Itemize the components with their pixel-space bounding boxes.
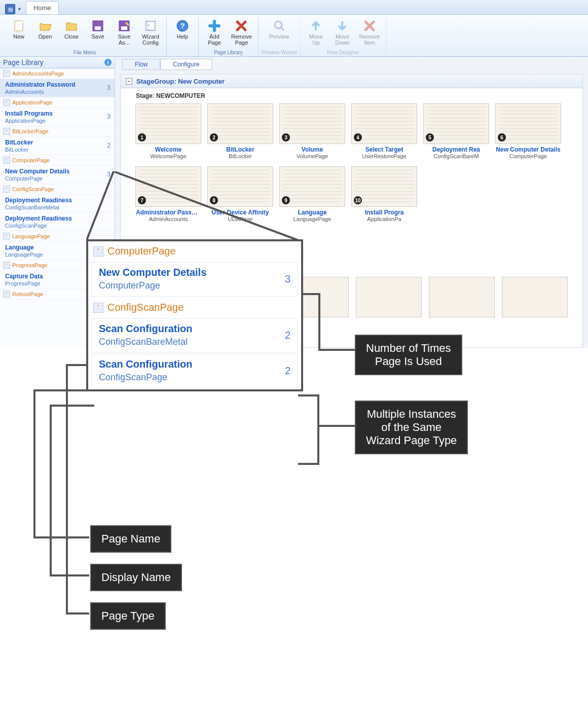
zoom-connector (86, 171, 301, 241)
svg-rect-3 (95, 26, 101, 30)
sidebar-item[interactable]: Administrator PasswordAdminAccounts3 (0, 79, 115, 97)
open-button[interactable]: Open (32, 17, 58, 49)
page-thumbnail[interactable] (429, 277, 495, 317)
thumbnail-title: Welcome (136, 146, 201, 153)
arrow-up-icon (309, 19, 323, 33)
tab-home[interactable]: Home (26, 1, 59, 14)
item-name: Deployment Readiness (5, 215, 72, 222)
add-page-button[interactable]: Add Page (202, 17, 227, 49)
quick-access-toolbar: ▤ ▼ (2, 4, 25, 14)
sidebar-group-header[interactable]: ˄ComputerPage (0, 155, 115, 166)
save-button[interactable]: Save (85, 17, 111, 49)
folder-open-icon (38, 19, 52, 33)
page-thumbnail[interactable] (356, 277, 422, 317)
item-subtype: BitLocker (5, 147, 33, 153)
page-thumbnail[interactable]: 5Deployment ReaConfigScanBareM (424, 103, 489, 159)
wizard-config-button[interactable]: Wizard Config (138, 17, 163, 49)
ribbon: New Open Close Save Save As... Wizard Co… (0, 15, 588, 57)
arrow-down-icon (335, 19, 349, 33)
sidebar-group-header[interactable]: ˄ApplicationPage (0, 97, 115, 108)
svg-point-9 (275, 21, 282, 28)
sidebar-group-header[interactable]: ˄BitLockerPage (0, 126, 115, 137)
chevron-up-icon: ˄ (93, 303, 103, 313)
new-button[interactable]: New (6, 17, 31, 49)
page-thumbnail[interactable]: 10Install PrograApplicationPa (352, 166, 417, 222)
thumbnail-title: Install Progra (352, 209, 417, 216)
thumbnail-subtitle: VolumePage (280, 153, 345, 159)
chevron-up-icon: ˄ (3, 186, 10, 193)
item-subtype: ConfigScanPage (5, 223, 72, 229)
thumbnail-image: 3 (279, 103, 345, 144)
zoom-page-name: New Computer Details (99, 267, 206, 278)
remove-item-button: Remove Item (356, 17, 383, 49)
tab-configure[interactable]: Configure (160, 59, 212, 70)
thumbnail-title: Volume (280, 146, 345, 153)
ribbon-group-label: Page Library (202, 49, 255, 56)
thumbnail-subtitle: UserRestorePage (352, 153, 417, 159)
thumbnail-subtitle: ConfigScanBareM (424, 153, 489, 159)
stagegroup-header[interactable]: − StageGroup: New Computer (121, 75, 582, 88)
sidebar-item[interactable]: BitLockerBitLocker2 (0, 137, 115, 155)
thumbnail-number-badge: 5 (426, 133, 434, 141)
help-button[interactable]: ?Help (170, 17, 195, 55)
main-tabs: Flow Configure (115, 57, 588, 70)
save-as-button[interactable]: Save As... (112, 17, 137, 49)
zoom-page-name: Scan Configuration (99, 323, 192, 335)
item-count: 3 (107, 81, 111, 91)
thumbnail-number-badge: 3 (282, 133, 290, 141)
remove-page-button[interactable]: Remove Page (228, 17, 255, 49)
sidebar-group-name: BitLockerPage (12, 128, 49, 134)
page-thumbnail[interactable]: 3VolumeVolumePage (280, 103, 345, 159)
stagegroup-title: StageGroup: New Computer (136, 78, 225, 85)
document-icon[interactable]: ▤ (5, 4, 15, 14)
thumbnail-image: 6 (495, 103, 561, 144)
item-count: 2 (107, 139, 111, 149)
x-icon (234, 19, 248, 33)
thumbnail-number-badge: 10 (354, 196, 362, 204)
page-thumbnail[interactable]: 2BitLockerBitLocker (208, 103, 273, 159)
item-subtype: ConfigScanBareMetal (5, 204, 72, 210)
new-file-icon (12, 19, 26, 33)
sidebar-title: Page Library (3, 58, 43, 66)
zoom-page-type: ConfigScanBareMetal (99, 337, 192, 347)
page-thumbnail[interactable] (502, 277, 568, 317)
info-icon[interactable]: i (104, 59, 112, 66)
thumbnail-title: Deployment Rea (424, 146, 489, 153)
page-thumbnail[interactable]: 1WelcomeWelcomePage (136, 103, 201, 159)
chevron-up-icon: ˄ (3, 70, 10, 77)
ribbon-group-label: Preview Wizard (262, 49, 297, 56)
ribbon-tab-strip: ▤ ▼ Home (0, 0, 588, 15)
close-button[interactable]: Close (59, 17, 84, 49)
svg-text:?: ? (180, 21, 185, 30)
thumbnail-title: Select Target (352, 146, 417, 153)
chevron-up-icon: ˄ (3, 262, 10, 269)
thumbnail-number-badge: 6 (498, 133, 506, 141)
chevron-down-icon[interactable]: ▼ (17, 7, 22, 12)
chevron-up-icon: ˄ (3, 128, 10, 135)
thumbnail-subtitle: WelcomePage (136, 153, 201, 159)
item-subtype: LanguagePage (5, 251, 43, 258)
thumbnail-image: 5 (423, 103, 489, 144)
item-name: BitLocker (5, 139, 33, 146)
zoom-item-2: Scan ConfigurationConfigScanBareMetal 2 (91, 318, 298, 348)
thumbnail-image: 1 (135, 103, 201, 144)
page-thumbnail[interactable]: 4Select TargetUserRestorePage (352, 103, 417, 159)
svg-rect-6 (146, 21, 155, 30)
chevron-up-icon: ˄ (3, 233, 10, 240)
ribbon-group-preview: Preview Preview Wizard (259, 17, 300, 56)
page-thumbnail[interactable]: 6New Computer DetailsComputerPage (496, 103, 561, 159)
ribbon-group-help: ?Help (167, 17, 199, 56)
svg-rect-5 (121, 26, 127, 30)
collapse-icon[interactable]: − (126, 78, 132, 85)
item-count: 3 (107, 110, 111, 120)
magnifier-icon (272, 19, 286, 33)
sidebar-item[interactable]: Install ProgramsApplicationPage3 (0, 108, 115, 126)
tab-flow[interactable]: Flow (122, 59, 160, 70)
sidebar-header: Page Library i (0, 57, 115, 68)
sidebar-group-header[interactable]: ˄AdminAccountsPage (0, 68, 115, 79)
chevron-up-icon: ˄ (3, 99, 10, 106)
chevron-up-icon: ˄ (3, 157, 10, 164)
zoom-item-1: New Computer DetailsComputerPage 3 (91, 262, 298, 297)
item-subtype: ProgressPage (5, 280, 43, 286)
item-name: Deployment Readiness (5, 197, 72, 204)
